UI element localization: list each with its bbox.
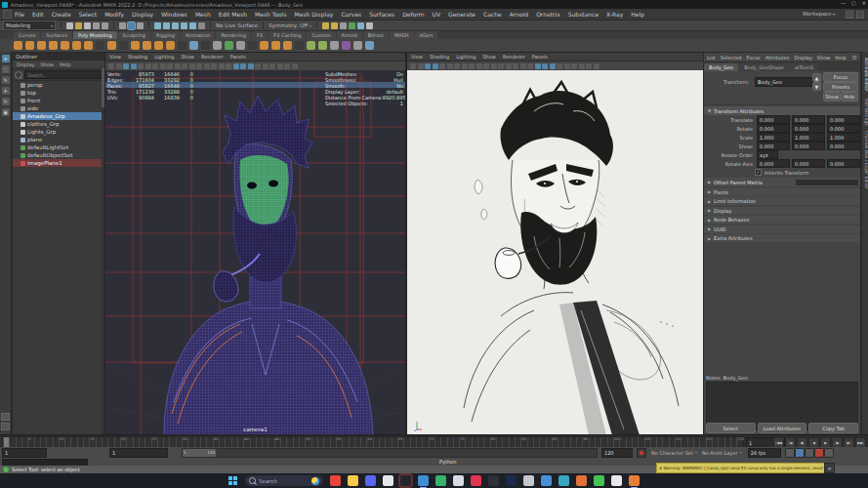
outliner-menu-item[interactable]: Show (40, 61, 54, 67)
shelf-tool-icon[interactable] (178, 41, 186, 50)
taskbar-app-icon[interactable] (611, 475, 622, 486)
viewport-toolbar-icon[interactable] (255, 63, 261, 69)
sidebar-vertical-tab[interactable]: Tool Settings (862, 98, 868, 126)
four-pane-layout-icon[interactable] (1, 423, 10, 430)
lasso-tool-icon[interactable]: ◌ (2, 65, 10, 73)
shelf-tab[interactable]: Animation (181, 31, 216, 39)
shelf-tool-icon[interactable] (342, 41, 351, 50)
viewport-menu-item[interactable]: Shading (128, 54, 147, 60)
viewport-toolbar-icon[interactable] (167, 63, 173, 69)
value-field-z[interactable]: 0.000 (827, 142, 860, 150)
shelf-tool-icon[interactable] (61, 41, 69, 50)
viewport-toolbar-icon[interactable] (108, 63, 114, 69)
taskbar-app-icon[interactable] (594, 475, 604, 486)
viewport-menu-item[interactable]: Lighting (154, 54, 174, 60)
transform-attributes-section[interactable]: ▼ Transform Attributes (704, 106, 860, 115)
viewport-toolbar-icon[interactable] (433, 63, 438, 69)
shelf-tool-icon[interactable] (49, 41, 58, 50)
range-slider-handle[interactable]: 1 120 (183, 449, 216, 457)
viewport-toolbar-icon[interactable] (535, 63, 541, 69)
viewport-toolbar-icon[interactable] (439, 63, 445, 69)
viewport-left-canvas[interactable]: Verts:85973166460 Edges:171604332920 Fac… (105, 70, 405, 435)
shelf-tool-icon[interactable] (166, 41, 175, 50)
shelf-tab[interactable]: Arnold (337, 31, 362, 39)
status-icon[interactable] (66, 22, 73, 29)
checkbox-checked-icon[interactable]: ✓ (755, 169, 762, 176)
viewport-toolbar-icon[interactable] (506, 63, 512, 69)
attribute-editor-menu-item[interactable]: Help (835, 55, 846, 61)
outliner-item[interactable]: clothes_Grp (13, 120, 105, 128)
menu-item[interactable]: UV (433, 11, 441, 18)
sidebar-vertical-tab[interactable]: Channel Box / Layer Editor (862, 131, 868, 189)
playback-end-field[interactable]: 120 (601, 448, 633, 458)
viewport-toolbar-icon[interactable] (189, 63, 195, 69)
viewport-toolbar-icon[interactable] (182, 63, 187, 69)
taskbar-app-icon[interactable] (506, 475, 517, 486)
attribute-editor-menu-item[interactable]: Selected (721, 55, 742, 61)
viewport-toolbar-icon[interactable] (550, 63, 556, 69)
taskbar-app-icon[interactable] (576, 475, 587, 486)
swap-icon[interactable]: ▼ (812, 82, 821, 91)
menu-item[interactable]: Edit Mesh (219, 11, 247, 18)
taskbar-search[interactable]: Search (245, 475, 323, 486)
shelf-tool-icon[interactable] (143, 41, 151, 50)
anim-layer-dropdown[interactable]: No Anim Layer (702, 450, 742, 456)
shelf-tool-icon[interactable] (307, 41, 315, 50)
viewport-menu-item[interactable]: View (109, 54, 121, 60)
shelf-tool-icon[interactable] (365, 41, 374, 50)
render-icon[interactable] (366, 22, 373, 29)
value-field-z[interactable]: 1.000 (827, 133, 860, 142)
shelf-tool-icon[interactable] (131, 41, 140, 50)
shelf-tool-icon[interactable] (189, 41, 198, 50)
script-editor-icon[interactable]: ≡ (824, 463, 835, 473)
viewport-toolbar-icon[interactable] (462, 63, 468, 69)
render-icon[interactable] (349, 22, 355, 29)
start-button[interactable] (228, 476, 238, 486)
menu-item[interactable]: Generate (448, 11, 475, 18)
outliner-item[interactable]: plane (13, 136, 105, 143)
viewport-toolbar-icon[interactable] (211, 63, 217, 69)
shelf-tab[interactable]: FX (252, 31, 268, 39)
viewport-toolbar-icon[interactable] (557, 63, 562, 69)
viewport-toolbar-icon[interactable] (579, 63, 585, 69)
close-button[interactable]: ✕ (862, 0, 866, 6)
menu-item[interactable]: File (15, 11, 24, 18)
value-field-z[interactable]: 0.000 (827, 115, 860, 124)
value-field-z[interactable]: 0.000 (827, 124, 860, 133)
taskbar-app-icon[interactable] (365, 475, 376, 486)
viewport-toolbar-icon[interactable] (292, 63, 298, 69)
shelf-tool-icon[interactable] (96, 41, 104, 50)
rotate-order-dropdown[interactable]: xyz (757, 150, 778, 159)
selection-mode-icon[interactable] (137, 22, 144, 29)
viewport-toolbar-icon[interactable] (116, 63, 122, 69)
menu-item[interactable]: Mesh (195, 11, 211, 18)
scale-tool-icon[interactable]: ▣ (2, 108, 10, 116)
shelf-tool-icon[interactable] (107, 41, 116, 50)
viewport-toolbar-icon[interactable] (410, 63, 416, 69)
viewport-right-canvas[interactable] (407, 70, 703, 435)
speaker-icon[interactable] (805, 448, 814, 458)
taskbar-app-icon[interactable] (471, 475, 481, 486)
shelf-tool-icon[interactable] (25, 41, 34, 50)
pin-icon[interactable]: ▲ (812, 73, 821, 82)
outliner-item[interactable]: side (13, 104, 105, 112)
viewport-toolbar-icon[interactable] (248, 63, 254, 69)
viewport-toolbar-icon[interactable] (469, 63, 475, 69)
viewport-toolbar-icon[interactable] (425, 63, 431, 69)
shelf-tab[interactable]: Bifrost (363, 31, 389, 39)
viewport-toolbar-icon[interactable] (152, 63, 158, 69)
viewport-toolbar-icon[interactable] (196, 63, 202, 69)
taskbar-app-icon[interactable] (453, 475, 464, 486)
viewport-toolbar-icon[interactable] (233, 63, 239, 69)
shelf-tool-icon[interactable] (201, 41, 210, 50)
menu-item[interactable]: Edit (32, 11, 44, 18)
offset-parent-matrix-section[interactable]: ▶ Offset Parent Matrix (704, 178, 860, 186)
shelf-tool-icon[interactable] (213, 41, 222, 50)
menu-set-dropdown[interactable]: Modeling (3, 20, 56, 30)
viewport-menu-item[interactable]: Show (482, 54, 496, 60)
menu-item[interactable]: Surfaces (369, 11, 394, 18)
status-icon[interactable] (102, 22, 108, 29)
viewport-toolbar-icon[interactable] (418, 63, 424, 69)
snap-icon[interactable] (189, 22, 196, 29)
value-field-z[interactable]: 0.000 (827, 159, 860, 168)
